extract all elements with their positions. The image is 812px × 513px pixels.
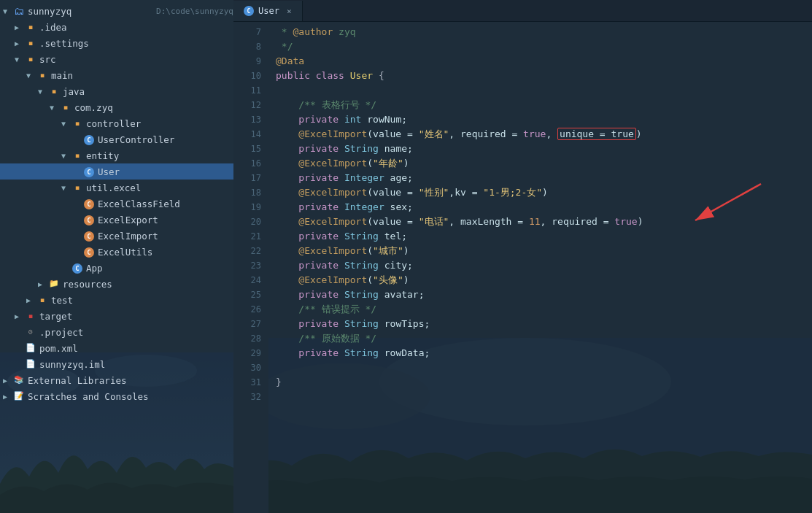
sidebar-item-label: App [86,263,233,274]
sidebar-item-settings[interactable]: ▶ ▪ .settings [0,35,233,51]
sidebar-item-excel-class-field[interactable]: C ExcelClassField [0,196,233,212]
code-line [276,390,812,404]
class-icon: C [83,198,95,209]
sidebar: ▼ 🗂 sunnyzyq D:\code\sunnyzyq ▶ ▪ .idea … [0,0,233,513]
sidebar-item-dot-project[interactable]: ⚙ .project [0,324,233,340]
code-line: private String name; [276,142,812,156]
sidebar-item-pom-xml[interactable]: 📄 pom.xml [0,340,233,356]
code-token: @ExcelImport [298,158,367,169]
tab-close-icon[interactable]: × [287,7,292,16]
code-token: private [298,201,344,212]
sidebar-item-resources[interactable]: ▶ 📁 resources [0,276,233,292]
sidebar-item-com-zyq[interactable]: ▼ ▪ com.zyq [0,99,233,115]
code-token [276,231,298,242]
sidebar-item-src[interactable]: ▼ ▪ src [0,51,233,67]
code-token: Integer [344,201,390,212]
code-area[interactable]: 7891011121314151617181920212223242526272… [233,22,812,513]
sidebar-item-label: UserController [98,134,233,145]
code-token: 11 [529,216,541,227]
folder-icon: ▪ [60,101,71,113]
code-line: /** 原始数据 */ [276,331,812,346]
code-token [276,172,298,183]
line-number: 8 [233,39,261,54]
line-number: 31 [233,375,261,390]
highlighted-token: unique = true [557,128,636,140]
sidebar-item-main[interactable]: ▼ ▪ main [0,67,233,83]
code-token: ) [403,245,409,256]
sidebar-item-user[interactable]: C User [0,163,233,180]
code-token: private [298,260,344,271]
code-token: private [298,318,344,329]
code-content[interactable]: * @author zyq */@Datapublic class User {… [268,22,812,513]
code-line: private Integer sex; [276,200,812,215]
sidebar-item-app[interactable]: C App [0,260,233,276]
code-line: private String rowTips; [276,317,812,331]
code-token: rowTips; [384,318,430,329]
code-token: ) [542,187,548,198]
class-icon: C [83,166,95,177]
code-token: private [298,289,344,300]
sidebar-item-excel-export[interactable]: C ExcelExport [0,212,233,228]
class-icon: C [83,246,95,258]
sidebar-item-label: resources [63,279,233,290]
code-token: /** 错误提示 */ [276,304,376,315]
code-token: private [298,143,344,154]
code-token: , required = [541,216,615,227]
code-token: (value = [367,216,418,227]
sidebar-item-test[interactable]: ▶ ▪ test [0,292,233,308]
code-token: ) [403,158,409,169]
code-token: private [298,231,344,242]
code-token [276,143,298,154]
xml-icon: 📄 [25,342,36,354]
code-token: zyq [333,26,355,37]
code-token: "电话" [419,216,449,227]
line-number: 32 [233,390,261,404]
sidebar-item-label: sunnyzyq [28,6,153,17]
code-token: @ExcelImport [298,245,367,256]
arrow-icon: ▼ [50,104,60,112]
sidebar-item-controller[interactable]: ▼ ▪ controller [0,115,233,131]
line-number: 14 [233,127,261,142]
sidebar-item-java[interactable]: ▼ ▪ java [0,83,233,99]
line-number: 16 [233,156,261,171]
sidebar-item-entity[interactable]: ▼ ▪ entity [0,147,233,163]
line-number: 19 [233,200,261,215]
sidebar-item-external-libraries[interactable]: ▶ 📚 External Libraries [0,372,233,388]
code-token: * [276,26,293,37]
code-line: } [276,375,812,390]
code-token: */ [276,41,293,52]
xml-icon: ⚙ [25,326,36,338]
line-number: 17 [233,171,261,185]
code-line: private String city; [276,258,812,273]
folder-icon: ▪ [71,182,83,193]
sidebar-item-excel-import[interactable]: C ExcelImport [0,228,233,244]
code-token: "1-男;2-女" [483,187,542,198]
code-token: /** 表格行号 */ [276,99,376,110]
sidebar-item-util-excel[interactable]: ▼ ▪ util.excel [0,180,233,196]
sidebar-item-excel-utils[interactable]: C ExcelUtils [0,244,233,260]
folder-icon: ▪ [71,117,83,129]
sidebar-item-label: test [51,295,233,306]
class-icon: C [71,262,83,274]
sidebar-item-target[interactable]: ▶ ▪ target [0,308,233,324]
code-token: @ExcelImport [298,216,367,227]
folder-icon: ▪ [25,53,36,65]
sidebar-item-project-root[interactable]: ▼ 🗂 sunnyzyq D:\code\sunnyzyq [0,3,233,19]
line-number: 27 [233,317,261,331]
code-token: rowData; [384,347,430,358]
code-line: @ExcelImport(value = "姓名", required = tr… [276,127,812,142]
sidebar-item-idea[interactable]: ▶ ▪ .idea [0,19,233,35]
code-token [276,114,298,125]
sidebar-item-user-controller[interactable]: C UserController [0,131,233,147]
code-token: @Data [276,55,304,66]
sidebar-item-label: ExcelExport [98,215,233,225]
sidebar-item-scratches[interactable]: ▶ 📝 Scratches and Consoles [0,388,233,404]
code-token: String [344,260,384,271]
folder-icon: ▪ [48,85,60,97]
sidebar-item-label: pom.xml [39,343,233,354]
tab-user[interactable]: C User × [233,1,303,21]
sidebar-item-iml[interactable]: 📄 sunnyzyq.iml [0,356,233,372]
code-token: (value = [367,187,418,198]
line-number: 10 [233,69,261,83]
line-number: 25 [233,288,261,302]
